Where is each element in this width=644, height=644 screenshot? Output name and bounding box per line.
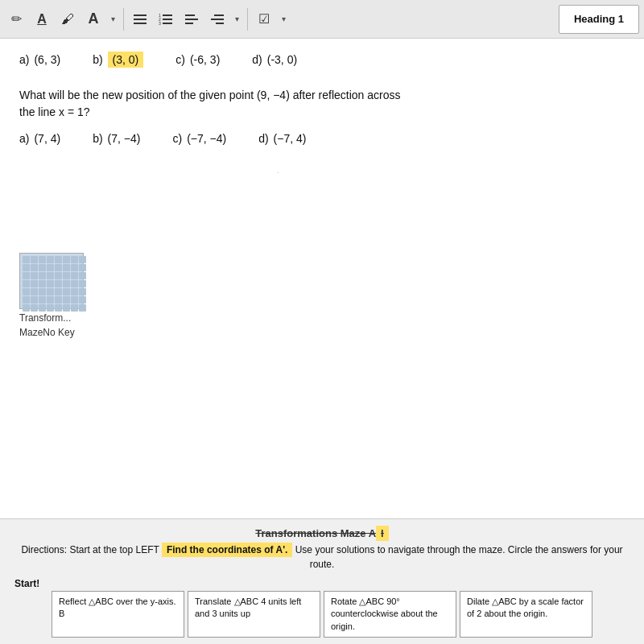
separator-2 <box>247 8 248 31</box>
answer-value: (−7, 4) <box>274 132 307 145</box>
maze-boxes: Reflect △ABC over the y-axis. B Translat… <box>13 591 631 638</box>
svg-rect-10 <box>185 19 198 20</box>
align-dropdown[interactable]: ▾ <box>232 13 242 25</box>
question2-text: What will be the new position of the giv… <box>19 87 625 121</box>
checkbox-dropdown[interactable]: ▾ <box>279 13 289 25</box>
answer-value: (6, 3) <box>34 53 60 66</box>
maze-box-3: Rotate △ABC 90° counterclockwise about t… <box>324 591 456 638</box>
answer-option-a2: a) (7, 4) <box>19 132 60 145</box>
answer-option-b2: b) (7, −4) <box>93 132 140 145</box>
heading-button[interactable]: Heading 1 <box>559 5 639 34</box>
maze-box-2-title: Translate △ABC 4 units left and 3 units … <box>195 596 313 621</box>
pencil-icon[interactable]: ✏ <box>5 8 27 31</box>
chevron-down-icon-2: ▾ <box>235 14 239 23</box>
answer-label: c) <box>172 132 182 145</box>
answer-label: a) <box>19 132 29 145</box>
answer-value: (7, −4) <box>108 132 141 145</box>
answer-option-a1: a) (6, 3) <box>19 53 60 66</box>
answer-option-b1: b) (3, 0) <box>93 52 143 68</box>
answer-value: (-3, 0) <box>267 53 297 66</box>
maze-title: Transformations Maze Al <box>13 527 631 539</box>
answer-value-highlighted: (3, 0) <box>108 52 144 68</box>
start-label: Start! <box>14 578 631 589</box>
thumbnail-label-line1: Transform... <box>19 312 71 324</box>
directions-suffix: Use your solutions to navigate through t… <box>295 544 623 570</box>
separator-1 <box>123 8 124 31</box>
answer-value: (−7, −4) <box>187 132 226 145</box>
answer-label: a) <box>19 53 29 66</box>
answer-value: (7, 4) <box>34 132 60 145</box>
answer-label: b) <box>93 53 102 66</box>
directions-prefix: Directions: Start at the top LEFT <box>21 544 159 555</box>
svg-rect-12 <box>214 14 224 16</box>
question2-line2: the line x = 1? <box>19 105 90 118</box>
maze-thumbnail-image: // Generate 56 cells document.currentScr… <box>19 253 84 309</box>
maze-box-1-detail: B <box>59 608 177 620</box>
chevron-down-icon-3: ▾ <box>282 14 286 23</box>
heading-label: Heading 1 <box>574 13 624 25</box>
question1-answers: a) (6, 3) b) (3, 0) c) (-6, 3) d) (-3, 0… <box>19 52 625 68</box>
content-area: a) (6, 3) b) (3, 0) c) (-6, 3) d) (-3, 0… <box>0 39 644 644</box>
paint-icon[interactable]: 🖌 <box>56 8 79 31</box>
thumbnail-area: // Generate 56 cells document.currentScr… <box>19 253 625 338</box>
maze-box-2: Translate △ABC 4 units left and 3 units … <box>188 591 320 638</box>
maze-box-1-title: Reflect △ABC over the y-axis. <box>59 596 177 608</box>
maze-box-3-title: Rotate △ABC 90° counterclockwise about t… <box>331 596 449 633</box>
maze-section: Transformations Maze Al Directions: Star… <box>0 518 644 644</box>
svg-rect-13 <box>211 19 224 20</box>
maze-box-4: Dilate △ABC by a scale factor of 2 about… <box>460 591 592 638</box>
maze-title-highlight: l <box>376 526 389 541</box>
align-right-icon[interactable] <box>206 8 229 31</box>
checkbox-icon[interactable]: ☑ <box>253 8 275 31</box>
answer-value: (-6, 3) <box>190 53 220 66</box>
directions-text: Directions: Start at the top LEFT Find t… <box>13 543 631 572</box>
align-left-icon[interactable] <box>180 8 203 31</box>
answer-label: d) <box>258 132 268 145</box>
underline-a-icon[interactable]: A <box>31 8 53 31</box>
list-icon[interactable] <box>129 8 151 31</box>
question2-answers: a) (7, 4) b) (7, −4) c) (−7, −4) d) (−7,… <box>19 132 625 145</box>
answer-label: b) <box>93 132 102 145</box>
answer-option-d2: d) (−7, 4) <box>258 132 306 145</box>
svg-rect-9 <box>185 14 195 16</box>
maze-box-1: Reflect △ABC over the y-axis. B <box>52 591 184 638</box>
answer-label: d) <box>252 53 262 66</box>
question2-line1: What will be the new position of the giv… <box>19 89 401 101</box>
spacer-area: · <box>19 164 625 229</box>
svg-rect-11 <box>185 23 193 24</box>
thumbnail-label-line2: MazeNo Key <box>19 327 75 338</box>
maze-box-4-title: Dilate △ABC by a scale factor of 2 about… <box>467 596 585 621</box>
toolbar: ✏ A 🖌 A ▾ 123 ▾ ☑ ▾ Heading 1 <box>0 0 644 39</box>
svg-text:3: 3 <box>159 21 161 26</box>
svg-rect-14 <box>216 23 224 24</box>
answer-option-c1: c) (-6, 3) <box>175 53 220 66</box>
font-dropdown[interactable]: ▾ <box>108 13 118 25</box>
maze-title-text: Transformations Maze A <box>255 527 376 539</box>
answer-option-c2: c) (−7, −4) <box>172 132 226 145</box>
answer-option-d1: d) (-3, 0) <box>252 53 297 66</box>
question2-block: What will be the new position of the giv… <box>19 87 625 145</box>
answer-label: c) <box>175 53 185 66</box>
font-a-icon[interactable]: A <box>82 8 105 31</box>
ordered-list-icon[interactable]: 123 <box>155 8 177 31</box>
chevron-down-icon: ▾ <box>111 14 115 23</box>
directions-highlight: Find the coordinates of A'. <box>162 543 292 557</box>
